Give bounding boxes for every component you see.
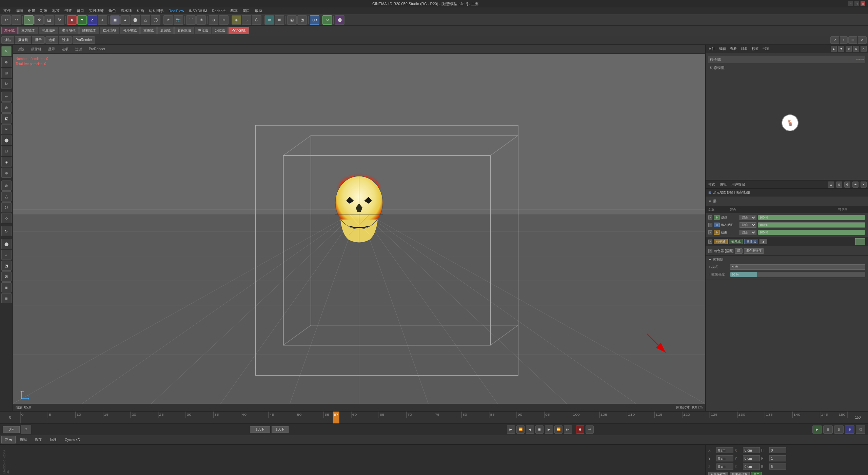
cube-button[interactable]: ▣	[110, 15, 120, 25]
left-grid[interactable]: ▦	[1, 282, 12, 292]
left-bevel[interactable]: ◈	[1, 157, 12, 167]
menu-redshift[interactable]: Redshift	[210, 8, 228, 14]
shader-btn-4[interactable]: ▲	[760, 239, 767, 244]
frame-input-small[interactable]: 7	[21, 425, 31, 434]
ob-close[interactable]: ✕	[861, 46, 867, 52]
viewport-close[interactable]: ✕	[858, 36, 867, 44]
domain-overlap[interactable]: 重叠域	[140, 27, 157, 34]
value-h[interactable]: 0	[769, 447, 786, 453]
menu-pipeline[interactable]: 流水线	[119, 7, 134, 14]
close-button[interactable]: ✕	[861, 1, 865, 6]
shader-checkbox[interactable]: ✓	[708, 240, 712, 244]
apply-btn[interactable]: 应用	[751, 472, 762, 475]
left-render[interactable]: ⬔	[1, 261, 12, 271]
viewport-maximize[interactable]: ⤢	[830, 36, 839, 44]
menu-edit[interactable]: 编辑	[14, 7, 25, 14]
view-filter2[interactable]: 过滤	[59, 36, 72, 44]
viewport[interactable]: 滤波 摄像机 显示 选项 过滤 ProRender Number of emit…	[13, 45, 705, 411]
record-button[interactable]: ⏺	[576, 425, 584, 434]
domain-shader[interactable]: 着色器域	[174, 27, 194, 34]
scene-area[interactable]: Number of emitters: 0 Total live particl…	[13, 54, 705, 411]
value-p[interactable]: 1	[769, 455, 786, 461]
camera-button[interactable]: 📷	[174, 15, 183, 25]
value-sz[interactable]: 0 cm	[743, 463, 760, 470]
tab-cache[interactable]: 缓存	[31, 436, 45, 443]
prop-search[interactable]: ⊕	[836, 182, 842, 188]
move-tool[interactable]: ✥	[34, 15, 44, 25]
ob-bookmark[interactable]: 书签	[761, 46, 771, 52]
row3-checkbox[interactable]: ✓	[708, 230, 712, 234]
prev-frame-button[interactable]: ⏪	[516, 425, 525, 434]
prop-star[interactable]: ★	[852, 182, 859, 188]
spline-button[interactable]: ⌒	[186, 15, 196, 25]
ob-view[interactable]: 查看	[729, 46, 738, 52]
play-rev-button[interactable]: ◀	[526, 425, 534, 434]
left-fields[interactable]: ⬦	[1, 250, 12, 260]
sphere-button[interactable]: ●	[120, 15, 130, 25]
go-start-button[interactable]: ⏮	[507, 425, 515, 434]
minimize-button[interactable]: －	[848, 1, 853, 6]
ob-up[interactable]: ▲	[831, 46, 837, 52]
xref-button[interactable]: ⊞	[275, 15, 284, 25]
menu-basic[interactable]: 基本	[228, 7, 240, 14]
nurbs-button[interactable]: ⋒	[196, 15, 206, 25]
object-coords-btn[interactable]: 对象坐标系	[708, 472, 728, 475]
value-z-pos[interactable]: 0 cm	[716, 463, 733, 470]
row2-blend-select[interactable]: 混合正常	[739, 222, 756, 228]
play-button[interactable]: ▶	[545, 425, 553, 434]
value-y-pos[interactable]: 0 cm	[716, 455, 733, 461]
left-bone[interactable]: △	[1, 191, 12, 202]
left-joint[interactable]: ⊕	[1, 180, 12, 191]
viewport-sync[interactable]: ↕	[840, 36, 848, 44]
left-particles[interactable]: ⬤	[1, 239, 12, 249]
prop-settings[interactable]: ⚙	[844, 182, 850, 188]
z-axis-button[interactable]: Z	[87, 15, 97, 25]
mode-btn-1[interactable]: ▶	[812, 425, 822, 434]
tab-cycles4d[interactable]: Cycles 4D	[61, 437, 84, 443]
left-rotate[interactable]: ↻	[1, 79, 12, 89]
left-sculpt[interactable]: ⊛	[1, 102, 12, 113]
cylinder-button[interactable]: ⬤	[131, 15, 140, 25]
extra-button[interactable]: ⬤	[335, 15, 344, 25]
next-frame-button[interactable]: ⏩	[554, 425, 563, 434]
menu-object[interactable]: 对象	[38, 7, 50, 14]
left-select[interactable]: ↖	[1, 46, 12, 56]
menu-character[interactable]: 角色	[106, 7, 118, 14]
tab-animation[interactable]: 动画	[1, 436, 16, 443]
cone-button[interactable]: △	[141, 15, 150, 25]
y-axis-button[interactable]: Y	[77, 15, 87, 25]
value-b[interactable]: 5	[769, 463, 786, 470]
effector-button[interactable]: ⊛	[219, 15, 229, 25]
menu-tag[interactable]: 标签	[50, 7, 62, 14]
torus-button[interactable]: ◯	[151, 15, 160, 25]
vp-tab-options[interactable]: 选项	[60, 46, 71, 52]
ob-object[interactable]: 对象	[739, 46, 749, 52]
prop-edit[interactable]: 编辑	[718, 182, 728, 188]
deformer-button[interactable]: ⬗	[209, 15, 218, 25]
domain-sound[interactable]: 声音域	[195, 27, 211, 34]
ob-search[interactable]: ⊕	[846, 46, 852, 52]
field-button[interactable]: ⊕	[264, 15, 274, 25]
vp-tab-filter2[interactable]: 过滤	[73, 46, 84, 52]
domain-particle[interactable]: 粒子域	[1, 27, 18, 34]
menu-window[interactable]: 窗口	[75, 7, 86, 14]
view-filter[interactable]: 滤波	[1, 36, 14, 44]
shader-color-swatch[interactable]	[855, 238, 865, 245]
viewport-grid[interactable]: ⊞	[848, 36, 857, 44]
mograph-button[interactable]: ⬡	[252, 15, 261, 25]
domain-env[interactable]: 可环境域	[120, 27, 140, 34]
menu-bookmark[interactable]: 书签	[62, 7, 74, 14]
domain-random[interactable]: 随机域体	[79, 27, 99, 34]
left-fx[interactable]: ⊠	[1, 271, 12, 282]
mode-btn-4[interactable]: ⊕	[845, 425, 854, 434]
select-tool[interactable]: ↖	[24, 15, 34, 25]
object-row-1[interactable]: 粒子域	[708, 56, 865, 63]
value-x-pos[interactable]: 0 cm	[716, 447, 733, 453]
domain-formula[interactable]: 公式域	[212, 27, 228, 34]
shader-btn-2[interactable]: 效果域	[729, 239, 743, 244]
left-s[interactable]: S	[1, 226, 12, 236]
scale-tool[interactable]: ⊞	[44, 15, 54, 25]
left-skin[interactable]: ◇	[1, 213, 12, 223]
vp-tab-prorender[interactable]: ProRender	[87, 46, 107, 52]
left-checkerboard[interactable]: ▩	[1, 293, 12, 303]
